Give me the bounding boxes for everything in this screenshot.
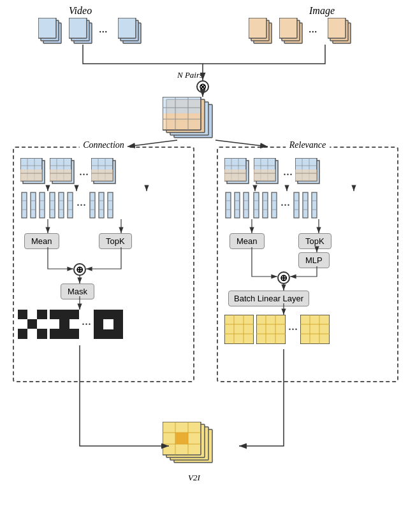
conn-matrix-3 — [91, 158, 118, 186]
svg-rect-60 — [31, 192, 36, 218]
svg-rect-119 — [254, 169, 275, 181]
svg-rect-147 — [294, 192, 299, 218]
n-pairs-label: N Pairs — [177, 70, 203, 80]
video-stack-2 — [69, 18, 93, 47]
video-dots: ··· — [99, 25, 108, 39]
v2i-tensor — [163, 422, 226, 470]
conn-col-stacks: ··· — [20, 191, 114, 219]
connection-label: Connection — [79, 140, 128, 150]
combined-tensor — [163, 97, 226, 145]
batch-linear-box: Batch Linear Layer — [228, 291, 309, 306]
rel-mean-box: Mean — [229, 233, 265, 249]
rel-output-matrices: ··· — [224, 315, 330, 344]
svg-rect-93 — [37, 329, 47, 339]
svg-rect-99 — [69, 319, 79, 329]
svg-rect-86 — [27, 310, 37, 319]
svg-rect-135 — [244, 192, 249, 218]
cross-product-symbol: ⊗ — [196, 80, 209, 93]
image-label: Image — [309, 5, 335, 17]
svg-rect-102 — [113, 310, 123, 339]
svg-rect-57 — [22, 192, 27, 218]
conn-plus-circle: ⊕ — [73, 263, 86, 276]
svg-rect-129 — [226, 192, 231, 218]
conn-topk-box: TopK — [99, 233, 132, 249]
svg-rect-150 — [303, 192, 308, 218]
svg-rect-132 — [235, 192, 240, 218]
svg-rect-14 — [279, 18, 297, 38]
conn-mask-box: Mask — [61, 284, 94, 299]
svg-rect-78 — [99, 192, 104, 218]
svg-rect-156 — [224, 315, 254, 344]
rel-matrix-row: ··· — [224, 158, 322, 186]
svg-rect-95 — [50, 310, 79, 319]
relevance-label: Relevance — [286, 140, 330, 150]
image-stack-3 — [328, 18, 352, 47]
video-stack-3 — [118, 18, 142, 47]
svg-rect-98 — [59, 319, 69, 329]
svg-rect-153 — [312, 192, 317, 218]
video-label: Video — [69, 5, 92, 17]
svg-rect-127 — [295, 169, 317, 181]
svg-rect-104 — [103, 329, 113, 339]
svg-rect-5 — [69, 18, 87, 38]
diagram-container: Video Image ··· — [0, 0, 408, 532]
svg-rect-17 — [328, 18, 346, 38]
svg-rect-26 — [163, 97, 201, 113]
svg-rect-2 — [38, 18, 56, 38]
svg-rect-69 — [59, 192, 64, 218]
svg-rect-101 — [94, 310, 103, 339]
svg-rect-55 — [91, 169, 113, 181]
rel-col-stacks: ··· — [224, 191, 318, 219]
svg-rect-66 — [50, 192, 55, 218]
svg-rect-11 — [249, 18, 266, 38]
svg-rect-27 — [163, 113, 201, 130]
svg-rect-90 — [37, 319, 47, 329]
svg-rect-138 — [254, 192, 259, 218]
rel-topk-box: TopK — [298, 233, 332, 249]
image-dots: ··· — [309, 25, 317, 39]
svg-rect-8 — [118, 18, 136, 38]
svg-rect-166 — [300, 315, 330, 344]
svg-rect-103 — [103, 310, 113, 319]
svg-rect-47 — [50, 169, 71, 181]
svg-rect-89 — [27, 319, 37, 329]
svg-rect-72 — [68, 192, 73, 218]
image-stack-2 — [279, 18, 303, 47]
conn-mean-box: Mean — [24, 233, 59, 249]
svg-rect-111 — [224, 169, 246, 181]
svg-rect-87 — [37, 310, 47, 319]
svg-rect-85 — [18, 310, 27, 319]
conn-matrix-2 — [50, 158, 76, 186]
conn-output-matrices: ··· — [18, 310, 123, 339]
svg-rect-75 — [90, 192, 95, 218]
svg-rect-97 — [50, 319, 59, 329]
rel-mlp-box: MLP — [298, 252, 330, 268]
figure-caption: Figure 3: Graph construction for cross-d… — [0, 519, 204, 529]
svg-rect-88 — [18, 319, 27, 329]
video-stack-1 — [38, 18, 62, 47]
svg-rect-179 — [175, 433, 188, 444]
v2i-label: V2I — [188, 473, 200, 483]
conn-dots-1: ··· — [79, 163, 89, 186]
conn-matrix-row: ··· — [20, 158, 118, 186]
svg-rect-39 — [20, 169, 42, 181]
svg-rect-92 — [27, 329, 37, 339]
svg-rect-81 — [108, 192, 113, 218]
image-stack-1 — [249, 18, 273, 47]
rel-plus-circle: ⊕ — [277, 271, 290, 284]
conn-matrix-1 — [20, 158, 47, 186]
svg-rect-161 — [256, 315, 286, 344]
svg-rect-141 — [263, 192, 268, 218]
svg-rect-144 — [272, 192, 277, 218]
svg-rect-63 — [40, 192, 45, 218]
svg-rect-91 — [18, 329, 27, 339]
svg-rect-96 — [50, 329, 79, 339]
